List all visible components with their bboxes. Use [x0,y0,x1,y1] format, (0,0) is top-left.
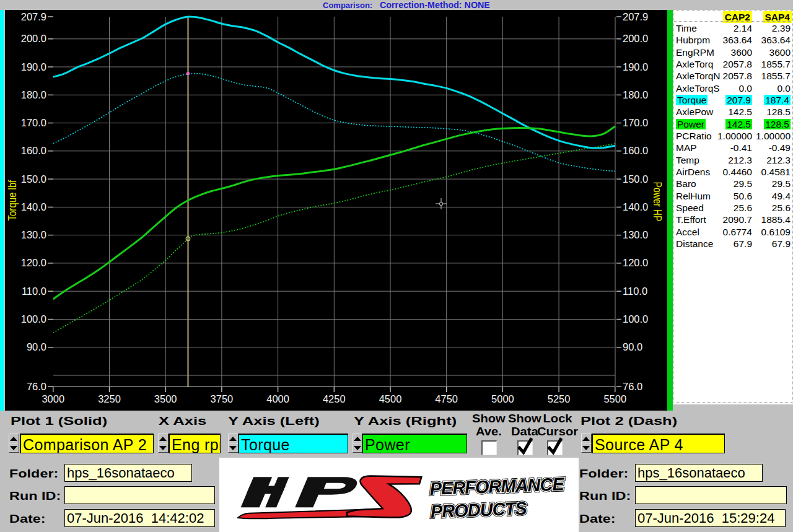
svg-text:180.0: 180.0 [21,89,46,100]
svg-text:120.0: 120.0 [623,257,648,268]
svg-text:160.0: 160.0 [623,145,648,156]
svg-text:150.0: 150.0 [21,173,46,185]
svg-text:Torque lbf: Torque lbf [6,180,19,220]
svg-text:4250: 4250 [323,393,346,404]
svg-text:140.0: 140.0 [623,201,648,212]
svg-text:160.0: 160.0 [21,145,46,156]
svg-text:5000: 5000 [491,393,514,404]
svg-text:4500: 4500 [379,393,402,404]
svg-text:3000: 3000 [42,393,64,404]
svg-text:90.0: 90.0 [27,341,46,352]
svg-text:140.0: 140.0 [21,201,46,212]
svg-text:100.0: 100.0 [623,313,648,325]
svg-text:190.0: 190.0 [623,61,648,72]
svg-text:170.0: 170.0 [21,117,46,128]
svg-text:180.0: 180.0 [623,89,648,100]
svg-text:76.0: 76.0 [623,381,642,392]
svg-text:110.0: 110.0 [22,286,46,297]
svg-text:150.0: 150.0 [623,173,648,185]
svg-text:4000: 4000 [266,393,289,404]
svg-text:3750: 3750 [211,393,234,404]
svg-text:190.0: 190.0 [21,61,46,72]
svg-text:200.0: 200.0 [21,33,46,44]
svg-text:PERFORMANCE: PERFORMANCE [429,474,566,499]
svg-text:170.0: 170.0 [623,117,648,128]
svg-text:110.0: 110.0 [623,286,647,297]
svg-text:76.0: 76.0 [27,381,46,392]
svg-text:Power HP: Power HP [651,182,664,222]
svg-text:120.0: 120.0 [21,257,46,268]
svg-text:130.0: 130.0 [623,229,648,240]
svg-text:5500: 5500 [603,393,626,404]
svg-text:3250: 3250 [98,393,121,404]
svg-text:3500: 3500 [154,393,177,404]
svg-text:5250: 5250 [548,393,571,404]
svg-text:100.0: 100.0 [21,313,46,325]
svg-text:4750: 4750 [435,393,458,404]
svg-text:200.0: 200.0 [623,33,648,44]
svg-text:PRODUCTS: PRODUCTS [430,499,527,521]
svg-text:207.9: 207.9 [21,11,46,22]
svg-text:130.0: 130.0 [21,229,46,240]
svg-text:90.0: 90.0 [623,341,642,352]
svg-text:207.9: 207.9 [623,11,648,22]
